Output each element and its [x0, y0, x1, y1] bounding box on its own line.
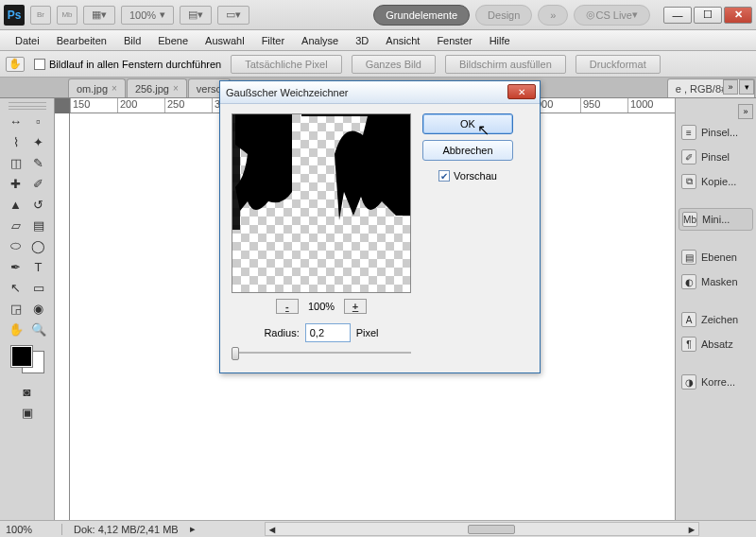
- character-icon: A: [681, 312, 696, 327]
- type-tool[interactable]: T: [28, 257, 49, 276]
- panel-absatz[interactable]: ¶Absatz: [679, 333, 753, 355]
- radius-slider[interactable]: [232, 346, 411, 359]
- wand-tool[interactable]: ✦: [28, 132, 49, 151]
- menu-fenster[interactable]: Fenster: [429, 33, 479, 48]
- toolbox-grip[interactable]: [9, 102, 46, 110]
- panel-ebenen[interactable]: ▤Ebenen: [679, 246, 753, 268]
- stamp-tool[interactable]: ▲: [6, 195, 26, 214]
- pen-tool[interactable]: ✒: [6, 257, 26, 276]
- dialog-close-button[interactable]: ✕: [507, 84, 536, 99]
- horizontal-scrollbar[interactable]: ◄►: [265, 522, 699, 536]
- preview-zoom: 100%: [308, 301, 335, 312]
- eraser-tool[interactable]: ▱: [6, 216, 26, 234]
- zoom-value: 100%: [129, 9, 156, 21]
- bridge-button[interactable]: Br: [30, 6, 51, 25]
- crop-tool[interactable]: ◫: [6, 153, 26, 172]
- app-logo: Ps: [4, 5, 25, 26]
- status-menu-arrow[interactable]: ▸: [190, 523, 196, 535]
- adjustments-icon: ◑: [681, 374, 696, 390]
- close-icon[interactable]: ×: [173, 83, 179, 94]
- panel-masken[interactable]: ◐Masken: [679, 270, 753, 293]
- heal-tool[interactable]: ✚: [6, 174, 26, 193]
- radius-input[interactable]: [305, 323, 351, 342]
- tab-nav-menu[interactable]: ▾: [739, 79, 754, 95]
- panel-collapse[interactable]: »: [738, 104, 753, 119]
- menu-ebene[interactable]: Ebene: [150, 33, 196, 48]
- dialog-titlebar[interactable]: Gaußscher Weichzeichner ✕: [220, 81, 540, 104]
- zoom-level-display[interactable]: 100% ▾: [121, 6, 174, 25]
- camera-tool[interactable]: ◉: [28, 299, 49, 318]
- radius-unit: Pixel: [356, 327, 379, 338]
- close-icon[interactable]: ×: [112, 83, 117, 94]
- tab-nav-right[interactable]: »: [723, 79, 738, 95]
- path-tool[interactable]: ↖: [6, 278, 26, 297]
- dodge-tool[interactable]: ◯: [28, 236, 49, 255]
- fill-screen-button[interactable]: Bildschirm ausfüllen: [445, 55, 566, 74]
- preview-toggle[interactable]: ✔ Vorschau: [438, 170, 497, 182]
- panel-pinsel[interactable]: ✐Pinsel: [679, 146, 753, 168]
- workspace-grundelemente[interactable]: Grundelemente: [373, 5, 470, 26]
- menu-bild[interactable]: Bild: [116, 33, 148, 48]
- gradient-tool[interactable]: ▤: [28, 216, 49, 234]
- cslive-button[interactable]: ◎ CS Live ▾: [574, 5, 650, 26]
- hand-tool-icon: ✋: [6, 57, 25, 72]
- menu-filter[interactable]: Filter: [254, 33, 292, 48]
- menu-analyse[interactable]: Analyse: [294, 33, 346, 48]
- actual-pixels-button[interactable]: Tatsächliche Pixel: [231, 55, 341, 74]
- window-maximize[interactable]: ☐: [694, 7, 722, 24]
- blur-tool[interactable]: ⬭: [6, 236, 26, 255]
- window-close[interactable]: ✕: [724, 7, 752, 24]
- marquee-tool[interactable]: ▫: [28, 112, 49, 130]
- status-doc-size[interactable]: Dok: 4,12 MB/2,41 MB: [74, 524, 179, 535]
- 3d-tool[interactable]: ◲: [6, 299, 26, 318]
- menu-3d[interactable]: 3D: [348, 33, 376, 48]
- panel-minibridge[interactable]: MbMini...: [679, 208, 753, 231]
- print-size-button[interactable]: Druckformat: [576, 55, 661, 74]
- status-zoom[interactable]: 100%: [6, 524, 62, 535]
- menu-bearbeiten[interactable]: Bearbeiten: [49, 33, 114, 48]
- view-arrangement-button[interactable]: ▤▾: [180, 6, 212, 25]
- fit-image-button[interactable]: Ganzes Bild: [352, 55, 436, 74]
- ok-button[interactable]: OK: [422, 113, 513, 134]
- panel-zeichen[interactable]: AZeichen: [679, 308, 753, 331]
- hand-tool[interactable]: ✋: [6, 320, 26, 338]
- screenmode-tool[interactable]: ▣: [17, 403, 38, 422]
- foreground-color[interactable]: [11, 346, 32, 367]
- panel-kopierquelle[interactable]: ⧉Kopie...: [679, 170, 753, 193]
- window-minimize[interactable]: —: [663, 7, 692, 24]
- panel-pinselvorgaben[interactable]: ≡Pinsel...: [679, 121, 753, 144]
- quickmask-tool[interactable]: ◙: [17, 382, 38, 401]
- preview-checkbox[interactable]: ✔: [438, 170, 450, 182]
- slider-thumb[interactable]: [232, 347, 239, 360]
- menu-hilfe[interactable]: Hilfe: [482, 33, 518, 48]
- workspace-design[interactable]: Design: [475, 5, 532, 26]
- document-tab[interactable]: 256.jpg×: [127, 78, 187, 97]
- lasso-tool[interactable]: ⌇: [6, 132, 26, 151]
- move-tool[interactable]: ↔: [6, 112, 26, 130]
- document-tab[interactable]: om.jpg×: [68, 78, 126, 97]
- scroll-all-checkbox[interactable]: [34, 59, 45, 70]
- panel-korrekturen[interactable]: ◑Korre...: [679, 371, 753, 393]
- shape-tool[interactable]: ▭: [28, 278, 49, 297]
- eyedropper-tool[interactable]: ✎: [28, 153, 49, 172]
- workspace-more[interactable]: »: [538, 5, 568, 26]
- options-bar: ✋ Bildlauf in allen Fenstern durchführen…: [0, 51, 756, 78]
- ruler-vertical: [55, 113, 70, 520]
- radius-label: Radius:: [264, 327, 299, 338]
- menu-ansicht[interactable]: Ansicht: [378, 33, 427, 48]
- view-extras-button[interactable]: ▦▾: [83, 6, 115, 25]
- screen-mode-button[interactable]: ▭▾: [217, 6, 249, 25]
- menu-datei[interactable]: Datei: [8, 33, 47, 48]
- minibridge-button[interactable]: Mb: [57, 6, 77, 25]
- zoom-tool[interactable]: 🔍: [28, 320, 49, 338]
- color-swatches[interactable]: [11, 346, 43, 372]
- scroll-all-option[interactable]: Bildlauf in allen Fenstern durchführen: [34, 59, 221, 70]
- cancel-button[interactable]: Abbrechen: [422, 140, 513, 161]
- history-brush-tool[interactable]: ↺: [28, 195, 49, 214]
- clone-icon: ⧉: [681, 174, 696, 189]
- filter-preview[interactable]: [232, 113, 411, 293]
- zoom-in-button[interactable]: +: [344, 299, 367, 314]
- brush-tool[interactable]: ✐: [28, 174, 49, 193]
- zoom-out-button[interactable]: -: [276, 299, 299, 314]
- menu-auswahl[interactable]: Auswahl: [198, 33, 252, 48]
